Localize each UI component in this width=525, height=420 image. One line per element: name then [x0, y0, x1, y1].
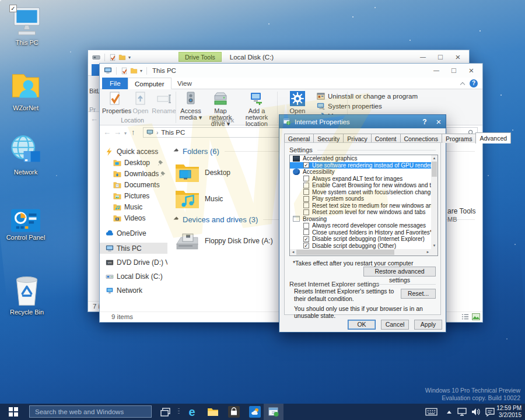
dialog-title-bar[interactable]: Internet Properties — [279, 115, 446, 128]
tree-check-row[interactable]: Use software rendering instead of GPU re… — [290, 162, 431, 169]
maximize-button[interactable] — [445, 64, 463, 76]
history-dropdown-icon[interactable] — [124, 126, 127, 139]
reset-button[interactable]: Reset... — [401, 289, 436, 299]
back-button[interactable] — [103, 126, 111, 139]
action-center-button[interactable] — [485, 404, 495, 420]
tab-general[interactable]: General — [284, 134, 314, 143]
nav-item-music[interactable]: Music — [100, 201, 167, 212]
tree-check-row[interactable]: Enable Caret Browsing for new windows an… — [290, 182, 431, 189]
scroll-left-icon[interactable] — [290, 249, 296, 256]
desktop-icon-wzornet[interactable]: WZorNet — [0, 69, 51, 111]
tab-privacy[interactable]: Privacy — [343, 134, 371, 143]
properties-button[interactable]: Properties — [102, 91, 128, 114]
weather-app-button[interactable] — [245, 404, 265, 420]
tab-security[interactable]: Security — [313, 134, 344, 143]
checkbox[interactable] — [303, 243, 309, 249]
checkbox[interactable] — [303, 229, 309, 235]
file-tab[interactable]: File — [102, 78, 128, 89]
checkbox[interactable] — [303, 189, 309, 195]
tree-check-row[interactable]: Play system sounds — [290, 195, 431, 202]
tree-group-row[interactable]: Accessibility — [290, 169, 431, 176]
nav-item-network[interactable]: Network — [100, 285, 167, 296]
tab-connections[interactable]: Connections — [400, 134, 442, 143]
checkbox[interactable] — [303, 209, 309, 215]
rename-button[interactable]: Rename — [151, 91, 177, 114]
touch-keyboard-button[interactable] — [425, 404, 438, 420]
volume-tray-button[interactable] — [471, 404, 481, 420]
checkbox[interactable] — [303, 196, 309, 202]
vertical-scrollbar[interactable] — [431, 155, 438, 249]
title-bar[interactable]: ▾ This PC — [100, 64, 482, 78]
tree-check-row[interactable]: Always record developer console messages — [290, 222, 431, 229]
close-button[interactable] — [449, 51, 467, 63]
checkbox[interactable] — [303, 202, 309, 208]
tree-check-row[interactable]: Always expand ALT text for images — [290, 176, 431, 183]
maximize-button[interactable] — [432, 51, 449, 63]
tree-check-row[interactable]: Reset zoom level for new windows and tab… — [290, 209, 431, 216]
internet-explorer-button[interactable]: e — [182, 404, 202, 420]
nav-item-desktop[interactable]: Desktop — [100, 157, 167, 168]
properties-qat-icon[interactable] — [109, 54, 116, 61]
tree-check-row[interactable]: Close unused folders in History and Favo… — [290, 229, 431, 236]
store-button[interactable] — [224, 404, 244, 420]
help-icon[interactable]: ? — [470, 79, 478, 88]
desktop-icon-network[interactable]: Network — [0, 133, 51, 176]
checkbox[interactable] — [303, 176, 309, 181]
show-hidden-icons-button[interactable] — [447, 404, 452, 420]
tab-programs[interactable]: Programs — [442, 134, 477, 143]
tree-group-row[interactable]: Browsing — [290, 216, 431, 223]
checkbox[interactable] — [303, 236, 309, 242]
nav-item-dvd-drive[interactable]: vm DVD Drive (D:) VMw — [100, 257, 167, 268]
nav-item-documents[interactable]: Documents — [100, 179, 167, 190]
start-button[interactable] — [0, 404, 27, 420]
qat-dropdown-icon[interactable]: ▾ — [140, 68, 142, 74]
desktop-icon-recycle-bin[interactable]: Recycle Bin — [1, 273, 52, 316]
thumbnail-view-icon[interactable] — [472, 313, 480, 320]
dialog-close-button[interactable] — [432, 117, 446, 127]
nav-item-videos[interactable]: Videos — [100, 212, 167, 223]
nav-item-onedrive[interactable]: OneDrive — [100, 228, 167, 239]
tree-check-row[interactable]: Reset text size to medium for new window… — [290, 202, 431, 209]
restore-advanced-settings-button[interactable]: Restore advanced settings — [363, 267, 436, 276]
back-button[interactable] — [90, 113, 98, 125]
forward-button[interactable] — [114, 126, 121, 139]
title-bar[interactable]: ▾ Drive Tools Local Disk (C:) — [88, 50, 469, 64]
horizontal-scrollbar[interactable] — [290, 249, 431, 256]
cancel-button[interactable]: Cancel — [381, 320, 409, 330]
drive-tools-context-tab[interactable]: Drive Tools — [178, 52, 222, 62]
checkbox[interactable] — [303, 223, 309, 229]
tab-advanced[interactable]: Advanced — [475, 132, 511, 144]
scrollbar-thumb[interactable] — [432, 162, 437, 177]
nav-item-this-pc[interactable]: This PC — [100, 243, 167, 254]
breadcrumb-location[interactable]: This PC — [161, 129, 185, 136]
tree-check-row[interactable]: Disable script debugging (Internet Explo… — [290, 236, 431, 243]
scroll-up-icon[interactable] — [431, 155, 438, 162]
collapse-twisty-icon[interactable] — [174, 217, 180, 223]
checkbox[interactable] — [303, 183, 309, 188]
close-button[interactable] — [463, 64, 480, 76]
nav-item-pictures[interactable]: Pictures — [100, 190, 167, 201]
up-button[interactable] — [131, 126, 135, 139]
taskbar-search[interactable] — [29, 405, 152, 418]
computer-tab[interactable]: Computer — [128, 78, 172, 89]
minimize-button[interactable] — [428, 64, 445, 76]
dialog-help-button[interactable] — [418, 118, 432, 126]
new-folder-qat-icon[interactable] — [118, 54, 126, 61]
collapse-twisty-icon[interactable] — [174, 149, 180, 155]
apply-button[interactable]: Apply — [414, 320, 442, 330]
tree-check-row[interactable]: Move system caret with focus/selection c… — [290, 189, 431, 196]
tree-group-row[interactable]: Accelerated graphics — [290, 155, 431, 162]
task-view-button[interactable] — [155, 404, 175, 420]
tab-content[interactable]: Content — [371, 134, 401, 143]
scrollbar-thumb[interactable] — [296, 250, 394, 255]
properties-qat-icon[interactable] — [121, 67, 128, 75]
new-folder-qat-icon[interactable] — [130, 67, 138, 74]
view-tab[interactable]: View — [171, 78, 198, 89]
internet-properties-task-button[interactable] — [264, 404, 284, 420]
scroll-right-icon[interactable] — [425, 249, 431, 256]
minimize-button[interactable] — [414, 51, 432, 63]
settings-tree[interactable]: Accelerated graphics Use software render… — [289, 155, 438, 256]
collapse-ribbon-icon[interactable] — [460, 82, 465, 86]
nav-item-quick-access[interactable]: Quick access — [100, 146, 167, 157]
ok-button[interactable]: OK — [348, 320, 376, 330]
